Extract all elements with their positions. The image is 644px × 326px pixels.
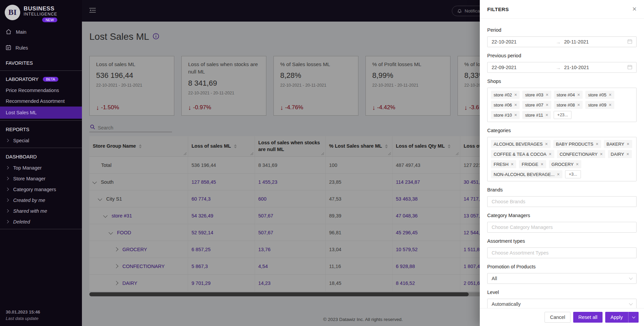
sidebar-item-main[interactable]: Main — [0, 24, 82, 40]
chevron-right-icon — [6, 199, 9, 202]
period-range-input[interactable]: 22-10-2021 → 20-11-2021 — [487, 36, 637, 47]
close-icon[interactable]: × — [632, 5, 637, 13]
category-chip: DAIRY× — [608, 150, 632, 158]
brands-label: Brands — [487, 186, 637, 193]
previous-start-value[interactable]: 22-09-2021 — [492, 65, 552, 70]
category-managers-input[interactable] — [487, 222, 637, 233]
shop-chip: store #07× — [522, 101, 551, 109]
previous-period-label: Previous period — [487, 52, 637, 59]
period-label: Period — [487, 27, 637, 33]
shop-chip: store #02× — [491, 91, 520, 99]
shops-multiselect[interactable]: store #02× store #03× store #04× store #… — [487, 88, 637, 122]
sidebar-item-created-by-me[interactable]: Created by me — [0, 195, 82, 206]
close-icon[interactable]: × — [545, 142, 548, 146]
category-managers-label: Category Managers — [487, 212, 637, 219]
chevron-down-icon — [629, 301, 633, 305]
category-chip: COFFEE & TEA & COCOA× — [491, 150, 554, 158]
sidebar-item-top-manager[interactable]: Top Manager — [0, 162, 82, 173]
rules-icon — [6, 45, 11, 51]
shop-chip: store #04× — [554, 91, 583, 99]
reports-header: REPORTS — [0, 122, 82, 135]
cancel-button[interactable]: Cancel — [545, 312, 570, 323]
close-icon[interactable]: × — [557, 172, 560, 177]
close-icon[interactable]: × — [514, 102, 517, 107]
chevron-down-icon — [629, 276, 633, 279]
filters-panel-footer: Cancel Reset all Apply — [480, 308, 644, 326]
sidebar: BI BUSINESS INTELLIGENCE NEW Main Rules … — [0, 0, 82, 326]
sidebar-item-category-managers[interactable]: Category managers — [0, 184, 82, 195]
last-data-update: 30.01.2023 15:46 Last data update — [6, 309, 40, 322]
category-chip: CONFECTIONARY× — [557, 150, 606, 158]
calendar-icon — [627, 65, 632, 70]
close-icon[interactable]: × — [600, 152, 603, 156]
chevron-right-icon — [6, 209, 9, 213]
chevron-right-icon — [6, 188, 9, 191]
sidebar-item-shared-with-me[interactable]: Shared with me — [0, 206, 82, 216]
shop-chip: store #11× — [522, 111, 551, 119]
assortment-types-input[interactable] — [487, 247, 637, 258]
close-icon[interactable]: × — [609, 102, 611, 107]
sidebar-item-special[interactable]: Special — [0, 135, 82, 146]
assortment-types-label: Assortment types — [487, 238, 637, 244]
category-chip: FRESH× — [491, 160, 516, 168]
promotion-select[interactable]: All — [487, 273, 637, 284]
categories-more-button[interactable]: +3... — [565, 170, 581, 178]
sidebar-item-label: Category managers — [13, 187, 56, 192]
shops-label: Shops — [487, 78, 637, 85]
sidebar-item-store-manager[interactable]: Store Manager — [0, 173, 82, 184]
shop-chip: store #08× — [554, 101, 583, 109]
sidebar-item-label: Special — [13, 138, 29, 143]
apply-label[interactable]: Apply — [605, 312, 628, 323]
shop-chip: store #05× — [585, 91, 614, 99]
close-icon[interactable]: × — [626, 142, 629, 146]
sidebar-item-rules[interactable]: Rules — [0, 40, 82, 56]
close-icon[interactable]: × — [626, 152, 629, 156]
categories-multiselect[interactable]: ALCOHOL BEVERAGES× BABY PRODUCTS× BAKERY… — [487, 137, 637, 181]
close-icon[interactable]: × — [576, 162, 579, 167]
reset-all-button[interactable]: Reset all — [573, 312, 602, 323]
sidebar-item-price-recommendations[interactable]: Price Recommendations — [0, 85, 82, 96]
period-start-value[interactable]: 22-10-2021 — [492, 39, 552, 45]
filters-panel-header: FILTERS × — [480, 0, 644, 19]
sidebar-item-recommended-assortment[interactable]: Recommended Assortment — [0, 96, 82, 107]
close-icon[interactable]: × — [514, 92, 517, 97]
arrow-right-icon: → — [556, 39, 561, 45]
chevron-right-icon — [6, 177, 9, 180]
close-icon[interactable]: × — [546, 113, 548, 117]
chevron-right-icon — [6, 139, 9, 142]
brand-logo[interactable]: BI BUSINESS INTELLIGENCE NEW — [0, 0, 82, 24]
sidebar-item-label: Rules — [16, 45, 28, 51]
beta-badge: BETA — [43, 77, 59, 82]
close-icon[interactable]: × — [540, 162, 543, 167]
sidebar-item-label: Deleted — [13, 219, 30, 225]
sidebar-item-lost-sales-ml[interactable]: Lost Sales ML — [0, 107, 82, 119]
level-select[interactable]: Automatically — [487, 299, 637, 308]
new-badge: NEW — [42, 18, 57, 22]
close-icon[interactable]: × — [514, 113, 517, 117]
sidebar-item-label: Created by me — [13, 198, 45, 203]
brands-input[interactable] — [487, 196, 637, 207]
close-icon[interactable]: × — [609, 92, 611, 97]
sidebar-item-deleted[interactable]: Deleted — [0, 216, 82, 227]
close-icon[interactable]: × — [577, 92, 580, 97]
apply-dropdown-button[interactable] — [628, 312, 639, 323]
close-icon[interactable]: × — [546, 102, 549, 107]
shop-chip: store #09× — [585, 101, 614, 109]
favorites-header: FAVORITES — [0, 56, 82, 69]
promotion-label: Promotion of Products — [487, 263, 637, 270]
close-icon[interactable]: × — [549, 152, 552, 156]
close-icon[interactable]: × — [546, 92, 549, 97]
shops-more-button[interactable]: +23... — [554, 111, 572, 119]
close-icon[interactable]: × — [596, 142, 598, 146]
previous-period-range-input[interactable]: 22-09-2021 → 21-10-2021 — [487, 62, 637, 73]
close-icon[interactable]: × — [511, 162, 514, 167]
apply-button[interactable]: Apply — [605, 312, 639, 323]
promotion-value: All — [492, 276, 497, 281]
category-chip: NON-ALCOHOL BEVERAGE...× — [491, 170, 562, 178]
filters-title: FILTERS — [487, 6, 509, 12]
period-end-value[interactable]: 20-11-2021 — [564, 39, 625, 45]
previous-end-value[interactable]: 21-10-2021 — [564, 65, 625, 70]
filters-panel: FILTERS × Period 22-10-2021 → 20-11-2021… — [480, 0, 644, 326]
bi-logo-icon: BI — [5, 5, 20, 20]
close-icon[interactable]: × — [577, 102, 580, 107]
